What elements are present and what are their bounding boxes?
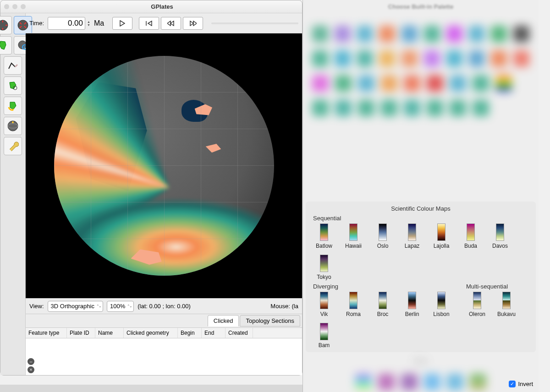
colormap-swatch-icon [320,323,328,340]
graticule [54,56,274,276]
palette-section-blurred-top [303,13,539,201]
invert-checkbox-row: ✓ Invert [509,381,533,387]
palette-multi-bukavu[interactable]: Bukavu [495,292,518,317]
view-status-bar: View: 3D Orthographic 100% (lat: 0.00 ; … [26,298,302,314]
colormap-swatch-icon [437,223,446,241]
palette-seq-buda[interactable]: Buda [459,223,483,249]
palette-div-berlin[interactable]: Berlin [400,292,424,317]
colormap-label: Buda [464,243,477,249]
minimize-icon[interactable] [12,4,17,9]
africa-icon [0,39,9,51]
colormap-label: Roma [346,311,361,317]
zoom-select[interactable]: 100% [107,301,134,312]
content-area: Time: ▲▼ Ma [26,13,302,375]
colormap-swatch-icon [502,292,511,309]
time-unit: Ma [94,19,104,27]
step-forward-icon [189,21,197,26]
palette-row-multiseq: OleronBukavu [465,292,529,317]
colormap-label: Oleron [469,311,485,317]
colormap-swatch-icon [408,292,416,309]
globe[interactable] [54,56,274,276]
tool-select-feature[interactable] [0,36,12,54]
window-footer [0,385,302,392]
palette-group-multiseq-label: Multi-sequential [466,283,528,290]
palette-group-sequential-label: Sequential [313,215,528,222]
colormap-label: Bukavu [497,311,516,317]
palette-section-scientific: Scientific Colour Maps Sequential Batlow… [306,201,536,352]
collapse-icon[interactable]: – [28,358,34,365]
tool-measure[interactable] [4,137,22,155]
palette-div-broc[interactable]: Broc [371,292,395,317]
colormap-label: Davos [492,243,508,249]
latlon-readout: (lat: 0.00 ; lon: 0.00) [138,303,191,310]
tool-drag-globe[interactable] [0,16,12,34]
palette-seq-tokyo[interactable]: Tokyo [312,255,336,280]
palette-seq-hawaii[interactable]: Hawaii [341,223,365,249]
palette-seq-lapaz[interactable]: Lapaz [400,223,424,249]
colormap-label: Berlin [405,311,419,317]
th-clicked-geometry[interactable]: Clicked geometry [124,328,178,338]
tool-pole[interactable] [4,117,22,135]
window-controls [4,4,26,9]
globe-pole-icon [7,120,19,132]
toolbox [0,13,26,375]
globe-viewport[interactable] [26,33,302,298]
time-input[interactable] [48,17,85,30]
palette-seq-oslo[interactable]: Oslo [371,223,395,249]
palette-row-diverging: VikRomaBrocBerlinLisbonBam [312,292,457,348]
time-controls: Time: ▲▼ Ma [26,13,302,33]
window-title: GPlates [26,3,298,10]
th-name[interactable]: Name [95,328,124,338]
colormap-label: Hawaii [345,243,362,249]
palette-div-roma[interactable]: Roma [341,292,365,317]
palette-seq-batlow[interactable]: Batlow [312,223,336,249]
colormap-label: Tokyo [317,274,331,280]
th-created[interactable]: Created [226,328,253,338]
step-back-button[interactable] [161,17,181,30]
tab-clicked[interactable]: Clicked [208,315,239,327]
close-icon[interactable] [4,4,9,9]
invert-label: Invert [518,381,533,387]
colormap-swatch-icon [473,292,481,309]
time-stepper[interactable]: ▲▼ [87,20,90,27]
tab-topology-sections[interactable]: Topology Sections [240,315,300,327]
play-icon [120,20,125,27]
colormap-swatch-icon [467,223,475,241]
titlebar[interactable]: GPlates [0,0,302,13]
palette-div-bam[interactable]: Bam [312,323,336,348]
palette-seq-davos[interactable]: Davos [488,223,512,249]
palette-div-vik[interactable]: Vik [312,292,336,317]
colormap-label: Lajolla [434,243,450,249]
colormap-swatch-icon [320,292,328,309]
palette-title: Choose Built-in Palette [303,0,539,13]
rewind-start-button[interactable] [139,17,159,30]
colormap-label: Vik [320,311,328,317]
continent-rotate-icon [7,100,19,112]
tool-move-geometry[interactable] [4,76,22,95]
th-plate-id[interactable]: Plate ID [67,328,95,338]
tool-digitize[interactable] [4,56,22,75]
zoom-icon[interactable] [21,4,26,9]
palette-multi-oleron[interactable]: Oleron [465,292,489,317]
th-feature-type[interactable]: Feature type [26,328,67,338]
colormap-label: Lapaz [405,243,420,249]
projection-select[interactable]: 3D Orthographic [48,301,103,312]
palette-seq-lajolla[interactable]: Lajolla [429,223,453,249]
th-begin[interactable]: Begin [178,328,202,338]
colormap-label: Broc [377,311,389,317]
th-end[interactable]: End [202,328,226,338]
tool-reconstruct[interactable] [4,97,22,115]
main-window: GPlates Time: ▲▼ Ma [0,0,302,376]
step-forward-button[interactable] [183,17,203,30]
colormap-swatch-icon [379,292,387,309]
play-button[interactable] [112,17,132,30]
colormap-swatch-icon [496,223,504,241]
colormap-label: Lisbon [433,311,449,317]
invert-checkbox[interactable]: ✓ [509,381,516,387]
time-slider[interactable] [211,22,298,24]
palette-div-lisbon[interactable]: Lisbon [429,292,453,317]
time-label: Time: [29,20,44,27]
feature-table-body[interactable]: – × [26,338,302,375]
colormap-label: Batlow [316,243,332,249]
close-icon[interactable]: × [28,366,34,373]
